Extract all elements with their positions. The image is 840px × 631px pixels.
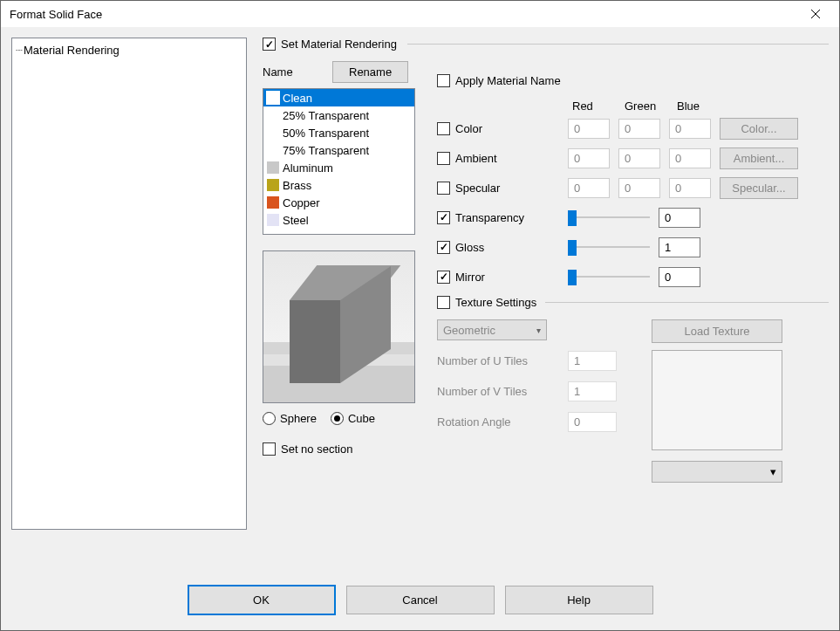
checkbox-icon: [437, 152, 450, 165]
swatch-icon: [267, 109, 279, 121]
transparency-input[interactable]: [659, 208, 700, 228]
swatch-icon: [267, 127, 279, 139]
red-header: Red: [572, 99, 614, 113]
material-item-25[interactable]: 25% Transparent: [263, 106, 414, 124]
swatch-icon: [267, 196, 279, 209]
v-tiles-label: Number of V Tiles: [437, 385, 568, 398]
dialog-footer: OK Cancel Help: [1, 569, 839, 630]
title-bar: Format Solid Face: [1, 1, 839, 27]
color-picker-button[interactable]: Color...: [720, 118, 798, 140]
blue-header: Blue: [677, 99, 719, 113]
transparency-row: Transparency: [437, 207, 829, 228]
specular-blue-input[interactable]: [669, 178, 711, 198]
texture-type-combo[interactable]: Geometric ▾: [437, 319, 547, 340]
specular-red-input[interactable]: [568, 178, 610, 198]
sphere-radio[interactable]: Sphere: [263, 412, 317, 425]
color-row: Color Color...: [437, 118, 829, 139]
ambient-picker-button[interactable]: Ambient...: [720, 147, 798, 169]
u-tiles-input[interactable]: [568, 351, 617, 371]
tree-item-label: Material Rendering: [24, 44, 120, 57]
mirror-slider[interactable]: [568, 268, 650, 285]
radio-icon: [331, 412, 344, 425]
mirror-row: Mirror: [437, 266, 829, 287]
ambient-green-input[interactable]: [618, 148, 660, 168]
checkbox-icon: [263, 442, 276, 456]
properties-column: Apply Material Name Red Green Blue Color…: [437, 38, 829, 483]
specular-row: Specular Specular...: [437, 177, 829, 198]
cube-radio[interactable]: Cube: [331, 412, 375, 425]
cancel-button[interactable]: Cancel: [346, 586, 495, 614]
mirror-checkbox[interactable]: Mirror: [437, 271, 559, 284]
checkbox-icon: [437, 241, 450, 254]
color-green-input[interactable]: [618, 119, 660, 139]
material-item-brass[interactable]: Brass: [263, 176, 414, 194]
material-listbox[interactable]: Clean 25% Transparent 50% Transparent 75…: [263, 88, 415, 235]
material-preview: [263, 250, 415, 403]
green-header: Green: [625, 99, 666, 113]
rgb-headers: Red Green Blue: [572, 99, 829, 113]
set-material-checkbox[interactable]: Set Material Rendering: [263, 38, 397, 51]
specular-checkbox[interactable]: Specular: [437, 182, 559, 195]
checkbox-icon: [437, 211, 450, 224]
material-item-50[interactable]: 50% Transparent: [263, 124, 414, 141]
texture-file-combo[interactable]: ▾: [652, 461, 782, 483]
checkbox-icon: [437, 271, 450, 284]
name-label: Name: [263, 65, 324, 79]
material-item-steel[interactable]: Steel: [263, 211, 414, 229]
tree-connector: ┄: [16, 44, 22, 57]
v-tiles-input[interactable]: [568, 381, 617, 401]
specular-green-input[interactable]: [618, 178, 660, 198]
category-tree[interactable]: ┄ Material Rendering: [11, 38, 247, 530]
checkbox-icon: [437, 182, 450, 195]
help-button[interactable]: Help: [505, 586, 653, 614]
swatch-icon: [267, 92, 279, 104]
swatch-icon: [267, 161, 279, 174]
material-item-copper[interactable]: Copper: [263, 194, 414, 211]
chevron-down-icon: ▾: [536, 326, 541, 335]
close-icon: [810, 9, 821, 19]
transparency-checkbox[interactable]: Transparency: [437, 211, 559, 224]
color-red-input[interactable]: [568, 119, 610, 139]
gloss-row: Gloss: [437, 237, 829, 257]
mirror-input[interactable]: [659, 267, 700, 287]
material-item-aluminum[interactable]: Aluminum: [263, 159, 414, 176]
window-title: Format Solid Face: [10, 8, 801, 21]
ambient-blue-input[interactable]: [669, 148, 711, 168]
swatch-icon: [267, 144, 279, 156]
gloss-slider[interactable]: [568, 238, 650, 256]
ambient-checkbox[interactable]: Ambient: [437, 152, 559, 165]
color-blue-input[interactable]: [669, 119, 711, 139]
rotation-label: Rotation Angle: [437, 415, 568, 429]
close-button[interactable]: [801, 3, 830, 24]
load-texture-button[interactable]: Load Texture: [652, 319, 782, 343]
checkbox-icon: [263, 38, 276, 51]
ambient-row: Ambient Ambient...: [437, 147, 829, 168]
gloss-input[interactable]: [659, 237, 700, 257]
dialog-window: Format Solid Face ┄ Material Rendering S…: [0, 0, 840, 631]
texture-section: Texture Settings Geometric ▾ Number of U…: [437, 296, 829, 483]
set-material-label: Set Material Rendering: [281, 38, 397, 51]
material-item-75[interactable]: 75% Transparent: [263, 141, 414, 159]
radio-icon: [263, 412, 276, 425]
specular-picker-button[interactable]: Specular...: [720, 177, 798, 199]
checkbox-icon: [437, 74, 450, 87]
checkbox-icon: [437, 296, 450, 309]
cube-front-face: [290, 300, 340, 383]
dialog-body: ┄ Material Rendering Set Material Render…: [1, 27, 839, 569]
gloss-checkbox[interactable]: Gloss: [437, 241, 559, 254]
checkbox-icon: [437, 122, 450, 135]
swatch-icon: [267, 214, 279, 226]
rotation-input[interactable]: [568, 412, 617, 432]
chevron-down-icon: ▾: [770, 465, 776, 478]
tree-item-material-rendering[interactable]: ┄ Material Rendering: [16, 44, 242, 57]
swatch-icon: [267, 179, 279, 191]
ambient-red-input[interactable]: [568, 148, 610, 168]
texture-settings-checkbox[interactable]: Texture Settings: [437, 296, 536, 309]
apply-material-name-checkbox[interactable]: Apply Material Name: [437, 74, 829, 87]
u-tiles-label: Number of U Tiles: [437, 354, 568, 367]
material-item-clean[interactable]: Clean: [263, 89, 414, 106]
ok-button[interactable]: OK: [188, 585, 336, 615]
rename-button[interactable]: Rename: [332, 61, 408, 83]
transparency-slider[interactable]: [568, 209, 650, 226]
color-checkbox[interactable]: Color: [437, 122, 559, 135]
